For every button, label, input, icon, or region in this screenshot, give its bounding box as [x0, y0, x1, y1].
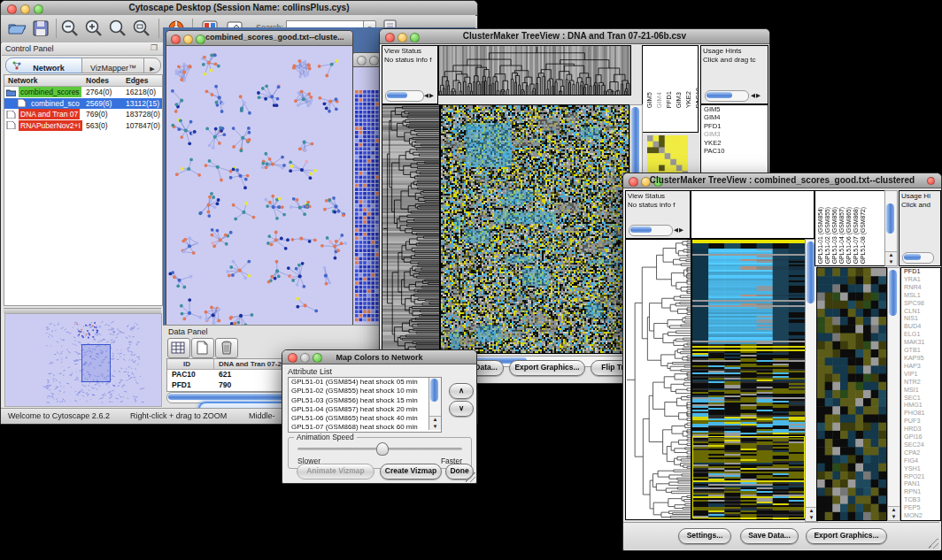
- column-label[interactable]: GPL51-06 (GSM865): [845, 207, 852, 264]
- tv2-status-scrollbar[interactable]: [629, 225, 673, 236]
- list-item[interactable]: GIM4: [701, 113, 768, 121]
- column-label[interactable]: GPL51-02 (GSM855): [824, 207, 830, 264]
- list-item[interactable]: GPL51-07 (GSM868) heat shock 60 min: [289, 423, 441, 432]
- list-item[interactable]: GPL51-03 (GSM856) heat shock 15 min: [289, 396, 441, 405]
- network-table-row[interactable]: DNA and Tran 07769(0)183728(0): [4, 109, 162, 120]
- list-item[interactable]: GPL51-04 (GSM857) heat shock 20 min: [289, 405, 441, 414]
- tab-network[interactable]: Network: [5, 58, 83, 73]
- attribute-list-scrollbar[interactable]: ▲▼: [429, 378, 441, 430]
- column-label[interactable]: YKE2: [684, 91, 692, 108]
- tv2-row-dendrogram[interactable]: [625, 239, 691, 520]
- tv2-export-graphics-button[interactable]: Export Graphics...: [806, 528, 887, 544]
- tab-vizmapper[interactable]: VizMapper™: [81, 58, 145, 73]
- list-item[interactable]: YKE2: [701, 139, 768, 147]
- tv2-status-scroll-arrows[interactable]: ◀▶: [674, 226, 684, 234]
- treeview2-titlebar[interactable]: ClusterMaker TreeView : combined_scores_…: [623, 173, 941, 188]
- column-label[interactable]: GIM3: [675, 92, 683, 108]
- inactive-close-button[interactable]: [357, 56, 367, 65]
- network-table-row[interactable]: combined_scores2764(0)16218(0): [4, 87, 162, 98]
- tv2-zoom-vscrollbar[interactable]: ▲▼: [887, 267, 900, 521]
- tv2-hints-scrollbar[interactable]: [902, 252, 934, 264]
- speed-slider-thumb[interactable]: [376, 442, 389, 456]
- list-item[interactable]: PFD1: [701, 122, 768, 130]
- network-name[interactable]: combined_sco: [29, 98, 81, 109]
- network-name[interactable]: DNA and Tran 07: [19, 109, 80, 119]
- hidden-window-close-light[interactable]: [927, 177, 935, 185]
- tv1-button-export-graphics[interactable]: Export Graphics...: [509, 360, 585, 376]
- column-label[interactable]: PAC10: [694, 88, 699, 108]
- row-value: 621: [219, 370, 231, 379]
- list-item[interactable]: PAC10: [701, 147, 768, 155]
- animate-vizmap-button[interactable]: Animate Vizmap: [297, 464, 374, 479]
- treeview1-title: ClusterMaker TreeView : DNA and Tran 07-…: [392, 31, 757, 41]
- network-name[interactable]: RNAPuberNov2+I: [19, 120, 82, 131]
- network-graph-view[interactable]: [166, 46, 351, 325]
- network-name[interactable]: combined_scores: [19, 87, 81, 97]
- dialog-titlebar[interactable]: Map Colors to Network: [282, 350, 476, 364]
- column-label[interactable]: GPL51-07 (GSM868): [853, 207, 859, 264]
- tv2-settings-button[interactable]: Settings...: [678, 528, 731, 544]
- column-label[interactable]: GPL51-08 (GSM872): [860, 207, 866, 264]
- list-item[interactable]: GPL51-06 (GSM865) heat shock 40 min: [289, 414, 441, 423]
- select-attributes-button[interactable]: [167, 338, 190, 358]
- netwin-zoom-button[interactable]: [196, 35, 205, 44]
- treeview1-titlebar[interactable]: ClusterMaker TreeView : DNA and Tran 07-…: [380, 29, 769, 44]
- tv1-hints-scroll-arrows[interactable]: ◀▶: [751, 92, 761, 99]
- tv1-row-dendrogram[interactable]: [382, 104, 440, 354]
- tv1-status-scrollbar[interactable]: [385, 90, 424, 102]
- delete-attribute-button[interactable]: [215, 338, 238, 358]
- netwin-close-button[interactable]: [171, 35, 181, 44]
- column-label[interactable]: PFD1: [665, 91, 673, 108]
- column-label[interactable]: GIM4: [655, 92, 663, 108]
- tv2-save-data-button[interactable]: Save Data...: [740, 528, 799, 544]
- list-item[interactable]: MON2: [901, 512, 940, 520]
- create-vizmap-button[interactable]: Create Vizmap: [380, 464, 442, 479]
- save-icon[interactable]: [30, 18, 51, 39]
- tv2-heatmap[interactable]: [691, 239, 806, 520]
- move-up-button[interactable]: ∧: [449, 383, 474, 399]
- col-header-edges[interactable]: Edges: [126, 76, 149, 85]
- tv1-hints-scrollbar[interactable]: [705, 90, 749, 102]
- tv2-labels-scrollbar[interactable]: ▲▼: [884, 190, 898, 266]
- tv2-resize-grip[interactable]: [929, 539, 938, 548]
- network-table-row[interactable]: combined_sco2569(6)13112(15): [4, 98, 162, 110]
- netwin-minimize-button[interactable]: [183, 35, 193, 44]
- tv1-view-status-text: No status info f: [382, 56, 437, 65]
- list-item[interactable]: GPL51-01 (GSM854) heat shock 05 min: [289, 378, 441, 387]
- tv1-status-scroll-arrows[interactable]: ◀▶: [424, 92, 435, 99]
- overview-viewport-rect[interactable]: [81, 344, 111, 382]
- new-attribute-button[interactable]: [191, 338, 214, 358]
- list-item[interactable]: GIM3: [701, 130, 768, 138]
- network-table-row[interactable]: RNAPuberNov2+I563(0)107847(0): [4, 120, 162, 132]
- column-label[interactable]: GPL51-03 (GSM856): [831, 207, 838, 264]
- col-header-nodes[interactable]: Nodes: [86, 76, 109, 85]
- column-label[interactable]: GPL51-04 (GSM857): [838, 207, 845, 264]
- column-label[interactable]: GPL51-01 (GSM854): [817, 207, 823, 264]
- zoom-out-icon[interactable]: [59, 18, 81, 39]
- zoom-in-icon[interactable]: [83, 18, 104, 39]
- dialog-resize-grip[interactable]: [466, 472, 475, 482]
- tab-overflow-arrow[interactable]: ▶: [143, 58, 161, 73]
- zoom-fit-icon[interactable]: [131, 18, 152, 39]
- tv2-zoom-heatmap[interactable]: [816, 267, 887, 521]
- column-label[interactable]: GIM5: [645, 92, 653, 108]
- tv1-heatmap[interactable]: [440, 104, 629, 354]
- float-panel-icon[interactable]: ❐: [151, 43, 158, 52]
- list-item[interactable]: GIM5: [701, 105, 768, 113]
- tv2-column-dendrogram[interactable]: [691, 190, 815, 239]
- tv1-global-heatmap[interactable]: [647, 135, 688, 177]
- network-tab-icon: [12, 61, 21, 70]
- zoom-selected-icon[interactable]: [107, 18, 128, 39]
- desktop: Cytoscape Desktop (Session Name: collins…: [0, 0, 942, 560]
- inactive-minimize-button[interactable]: [369, 56, 379, 65]
- datapanel-col-id[interactable]: ID: [183, 360, 190, 368]
- attribute-list[interactable]: GPL51-01 (GSM854) heat shock 05 minGPL51…: [288, 377, 442, 433]
- main-titlebar[interactable]: Cytoscape Desktop (Session Name: collins…: [1, 1, 477, 16]
- open-file-icon[interactable]: [6, 18, 27, 39]
- move-down-button[interactable]: ∨: [449, 401, 474, 417]
- edge-count: 13112(15): [126, 98, 159, 109]
- col-header-network[interactable]: Network: [8, 76, 38, 85]
- tv2-gene-list[interactable]: PFD1YRA1RNR4MSL1SPC98CLN1NIS1BUD4ELG1MAK…: [900, 267, 941, 521]
- tv1-column-dendrogram[interactable]: [438, 45, 631, 96]
- list-item[interactable]: GPL51-02 (GSM855) heat shock 10 min: [289, 387, 441, 395]
